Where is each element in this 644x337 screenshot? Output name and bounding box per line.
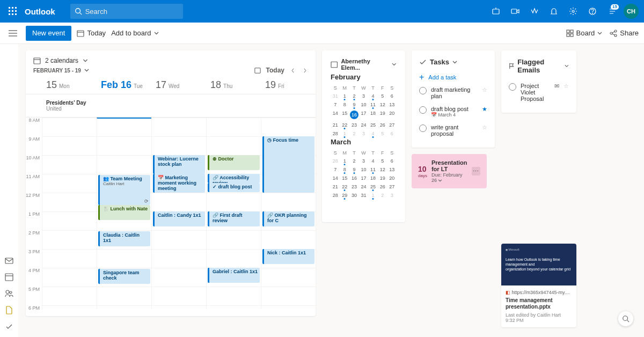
star-icon[interactable]: ★ xyxy=(482,106,487,113)
todo-icon[interactable] xyxy=(5,323,13,331)
calendar-day[interactable]: 6 xyxy=(387,129,397,138)
allday-event[interactable]: Presidents' Day United xyxy=(42,97,97,115)
help-icon[interactable] xyxy=(584,3,601,20)
calendar-day[interactable]: 28 xyxy=(331,157,340,165)
calendar-day[interactable]: 3 xyxy=(359,92,369,100)
chevron-down-icon[interactable] xyxy=(392,63,397,66)
calendar-day[interactable]: 9 xyxy=(349,100,359,109)
calendar-day[interactable]: 3 xyxy=(359,157,369,165)
add-task-button[interactable]: + Add a task xyxy=(419,71,487,83)
day-header[interactable]: 19Fri xyxy=(261,76,316,94)
calendar-day[interactable]: 25 xyxy=(368,182,378,191)
calendar-event[interactable]: 🔗 First draft review xyxy=(208,211,260,226)
add-to-board-button[interactable]: Add to board xyxy=(111,29,158,37)
new-event-button[interactable]: New event xyxy=(26,26,71,41)
calendar-day[interactable]: 23 xyxy=(349,121,359,129)
calendar-day[interactable]: 28 xyxy=(331,191,340,200)
file-card[interactable]: ◼ Microsoft Learn how Outlook is taking … xyxy=(501,244,576,327)
search-box[interactable] xyxy=(70,4,183,19)
app-launcher-icon[interactable] xyxy=(4,3,21,20)
calendar-event[interactable]: 🔗 OKR planning for C xyxy=(262,211,314,226)
day-column[interactable]: Webinar: Lucerne stock plan📅 Marketing m… xyxy=(151,118,206,310)
calendar-day[interactable]: 4 xyxy=(368,157,378,165)
calendar-day[interactable]: 1 xyxy=(340,129,350,138)
prev-icon[interactable] xyxy=(290,68,296,73)
chevron-down-icon[interactable] xyxy=(565,64,569,68)
calendar-day[interactable]: 17 xyxy=(359,109,369,121)
day-column[interactable]: ⊕ Doctor🔗 Accessibility review✓ draft bl… xyxy=(206,118,261,310)
calendar-day[interactable]: 16 xyxy=(349,109,359,121)
calendar-day[interactable]: 17 xyxy=(359,174,369,182)
calendar-day[interactable]: 12 xyxy=(378,165,387,174)
calendar-day[interactable]: 24 xyxy=(359,121,369,129)
day-column[interactable] xyxy=(42,118,97,310)
calendar-day[interactable]: 5 xyxy=(378,129,387,138)
files-icon[interactable] xyxy=(6,306,12,314)
calendar-day[interactable]: 20 xyxy=(387,109,397,121)
flagged-item[interactable]: Project Violet Proposal ✉ ☆ xyxy=(509,79,569,105)
calendar-day[interactable]: 31 xyxy=(359,191,369,200)
complete-circle[interactable] xyxy=(419,106,427,114)
calendar-day[interactable]: 26 xyxy=(378,182,387,191)
calendar-event[interactable]: Caitlin : Candy 1x1 xyxy=(153,211,205,226)
calendar-day[interactable]: 5 xyxy=(378,92,387,100)
day-column[interactable]: 👥 Team MeetingCaitlin Hart⟳🍴 Lunch with … xyxy=(97,118,151,310)
calendar-day[interactable]: 7 xyxy=(331,100,340,109)
calendar-day[interactable]: 6 xyxy=(387,92,397,100)
calendar-day[interactable]: 2 xyxy=(378,191,387,200)
calendar-day[interactable]: 21 xyxy=(331,182,340,191)
zoom-icon[interactable] xyxy=(618,311,633,326)
calendar-day[interactable]: 31 xyxy=(331,92,340,100)
chevron-down-icon[interactable] xyxy=(83,59,88,62)
calendar-rail-icon[interactable] xyxy=(5,273,13,281)
next-icon[interactable] xyxy=(302,68,308,73)
calendar-event[interactable]: 🔗 Accessibility review xyxy=(208,174,260,183)
calendar-day[interactable]: 1 xyxy=(340,92,350,100)
settings-icon[interactable] xyxy=(565,3,582,20)
calendar-day[interactable]: 7 xyxy=(331,165,340,174)
day-column[interactable]: ◷ Focus time🔗 OKR planning for CNick : C… xyxy=(261,118,316,310)
calendar-event[interactable]: 📅 Marketing moment working meeting xyxy=(153,174,205,193)
calendar-day[interactable]: 3 xyxy=(387,191,397,200)
calendar-event[interactable]: Claudia : Caitlin 1x1 xyxy=(98,231,150,246)
share-button[interactable]: Share xyxy=(610,29,639,37)
calendar-day[interactable]: 10 xyxy=(359,100,369,109)
calendar-day[interactable]: 29 xyxy=(340,191,350,200)
calendar-day[interactable]: 22 xyxy=(340,182,350,191)
search-input[interactable] xyxy=(85,8,179,16)
calendar-day[interactable]: 27 xyxy=(387,182,397,191)
calendar-event[interactable]: 👥 Team MeetingCaitlin Hart⟳ xyxy=(98,175,150,205)
calendar-day[interactable]: 20 xyxy=(387,174,397,182)
board-view-button[interactable]: Board xyxy=(566,29,603,37)
star-icon[interactable]: ☆ xyxy=(564,83,569,90)
calendar-day[interactable]: 19 xyxy=(378,174,387,182)
star-icon[interactable]: ☆ xyxy=(482,86,487,93)
calendar-day[interactable]: 2 xyxy=(349,92,359,100)
calendar-day[interactable]: 4 xyxy=(368,92,378,100)
calendar-day[interactable]: 14 xyxy=(331,109,340,121)
calendar-day[interactable]: 19 xyxy=(378,109,387,121)
calendar-event[interactable]: 🍴 Lunch with Nate xyxy=(98,205,150,220)
calendar-day[interactable]: 9 xyxy=(349,165,359,174)
calendar-day[interactable]: 12 xyxy=(378,100,387,109)
mail-icon[interactable] xyxy=(5,258,13,264)
calendar-day[interactable]: 25 xyxy=(368,121,378,129)
avatar[interactable]: CH xyxy=(623,3,640,20)
task-item[interactable]: draft marketing plan☆ xyxy=(419,83,487,102)
today-nav[interactable]: Today xyxy=(266,67,284,74)
calendar-day[interactable]: 2 xyxy=(349,129,359,138)
calendar-day[interactable]: 8 xyxy=(340,100,350,109)
meet-now-icon[interactable] xyxy=(507,3,524,20)
star-icon[interactable]: ☆ xyxy=(482,124,487,131)
calendar-event[interactable]: Singapore team check xyxy=(98,269,150,284)
task-item[interactable]: draft blog post📅 March 4★ xyxy=(419,102,487,121)
calendar-day[interactable]: 27 xyxy=(387,121,397,129)
calendar-day[interactable]: 5 xyxy=(378,157,387,165)
day-header[interactable]: 17Wed xyxy=(151,76,206,94)
calendar-day[interactable]: 13 xyxy=(387,165,397,174)
calendar-day[interactable]: 18 xyxy=(368,174,378,182)
date-range-label[interactable]: FEBRUARY 15 - 19 xyxy=(33,68,81,74)
calendar-day[interactable]: 15 xyxy=(340,174,350,182)
task-item[interactable]: write grant proposal☆ xyxy=(419,121,487,140)
calendar-day[interactable]: 10 xyxy=(359,165,369,174)
